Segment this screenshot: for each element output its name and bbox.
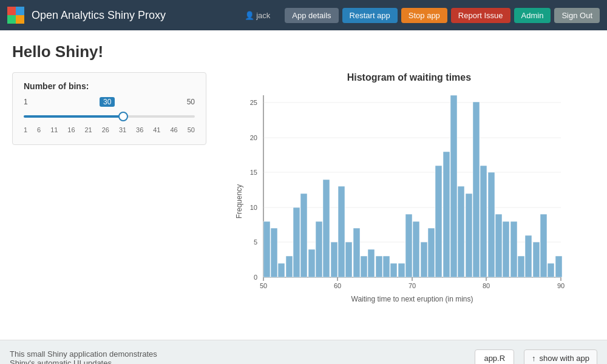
page-title: Hello Shiny! (12, 42, 595, 61)
slider-panel: Number of bins: 1 30 50 1 6 11 16 21 26 … (12, 72, 206, 145)
svg-rect-63 (510, 221, 517, 277)
slider-fill (24, 115, 123, 118)
svg-rect-36 (308, 249, 315, 277)
svg-rect-64 (518, 256, 524, 277)
show-with-app-button[interactable]: ↑ show with app (524, 349, 597, 364)
svg-rect-61 (495, 214, 502, 277)
svg-rect-34 (293, 207, 300, 277)
stop-app-button[interactable]: Stop app (401, 8, 447, 23)
svg-text:0: 0 (254, 274, 257, 281)
report-issue-button[interactable]: Report Issue (451, 8, 510, 23)
svg-rect-39 (331, 242, 337, 277)
app-logo (7, 7, 24, 24)
restart-app-button[interactable]: Restart app (342, 8, 398, 23)
svg-rect-60 (488, 172, 495, 277)
svg-rect-2 (7, 15, 16, 24)
svg-rect-69 (555, 256, 562, 277)
svg-rect-68 (548, 263, 554, 277)
svg-rect-62 (503, 221, 509, 277)
chart-container: Histogram of waiting times 0 5 10 15 (233, 72, 585, 315)
svg-rect-0 (7, 7, 16, 15)
show-icon: ↑ (532, 354, 536, 363)
user-label: 👤 jack (245, 11, 271, 20)
svg-text:80: 80 (483, 282, 490, 289)
svg-rect-67 (540, 214, 547, 277)
svg-rect-54 (443, 152, 450, 277)
svg-text:15: 15 (250, 169, 257, 176)
svg-text:5: 5 (254, 238, 257, 246)
svg-rect-37 (316, 221, 322, 277)
svg-rect-55 (450, 95, 457, 277)
svg-rect-32 (278, 263, 285, 277)
slider-min: 1 (24, 98, 28, 106)
svg-rect-48 (398, 263, 405, 277)
svg-rect-50 (413, 221, 419, 277)
header-action-buttons: App details Restart app Stop app Report … (285, 8, 600, 23)
svg-text:Frequency: Frequency (235, 184, 243, 219)
svg-rect-42 (353, 228, 360, 277)
svg-text:10: 10 (250, 204, 257, 211)
svg-rect-53 (435, 166, 442, 277)
svg-rect-3 (16, 15, 24, 24)
svg-rect-30 (263, 221, 270, 277)
svg-rect-49 (405, 214, 412, 277)
sign-out-button[interactable]: Sign Out (554, 8, 600, 23)
slider-range-row: 1 30 50 (24, 97, 195, 107)
main-content: Hello Shiny! Number of bins: 1 30 50 1 6… (0, 30, 607, 340)
user-icon: 👤 (245, 11, 254, 20)
svg-rect-45 (376, 256, 382, 277)
app-footer: This small Shiny application demonstrate… (0, 340, 607, 364)
svg-text:70: 70 (409, 282, 416, 289)
svg-rect-65 (525, 235, 532, 277)
slider-value: 30 (100, 97, 115, 107)
svg-rect-58 (473, 102, 480, 277)
admin-button[interactable]: Admin (514, 8, 551, 23)
svg-rect-57 (466, 194, 472, 277)
svg-rect-43 (361, 256, 367, 277)
svg-rect-59 (480, 166, 487, 277)
svg-text:60: 60 (334, 282, 341, 289)
svg-rect-1 (16, 7, 24, 15)
svg-text:Waiting time to next eruption : Waiting time to next eruption (in mins) (351, 295, 473, 303)
slider-label: Number of bins: (24, 81, 195, 91)
slider-track-container[interactable] (24, 109, 195, 124)
app-header: Open Analytics Shiny Proxy 👤 jack App de… (0, 0, 607, 30)
app-file-tab[interactable]: app.R (475, 349, 514, 364)
chart-svg: 0 5 10 15 20 25 Frequency 50 60 70 (233, 89, 585, 315)
slider-track (24, 115, 195, 118)
svg-text:25: 25 (250, 99, 257, 106)
svg-rect-41 (345, 242, 352, 277)
svg-rect-40 (338, 186, 345, 277)
svg-rect-46 (383, 256, 390, 277)
footer-description: This small Shiny application demonstrate… (10, 349, 465, 365)
svg-text:50: 50 (260, 282, 267, 289)
app-details-button[interactable]: App details (285, 8, 338, 23)
svg-rect-52 (428, 228, 435, 277)
slider-max: 50 (187, 98, 195, 106)
svg-rect-56 (458, 186, 464, 277)
svg-rect-44 (368, 249, 375, 277)
slider-ticks: 1 6 11 16 21 26 31 36 41 46 50 (24, 126, 195, 133)
svg-rect-38 (323, 180, 330, 277)
svg-rect-66 (533, 242, 540, 277)
svg-rect-51 (421, 242, 427, 277)
svg-rect-35 (300, 194, 307, 277)
svg-rect-33 (286, 256, 293, 277)
svg-rect-47 (390, 263, 397, 277)
svg-rect-31 (271, 228, 277, 277)
app-title: Open Analytics Shiny Proxy (32, 9, 237, 22)
svg-text:20: 20 (250, 134, 257, 141)
slider-handle[interactable] (118, 112, 128, 121)
chart-title: Histogram of waiting times (233, 72, 585, 83)
svg-text:90: 90 (557, 282, 565, 289)
